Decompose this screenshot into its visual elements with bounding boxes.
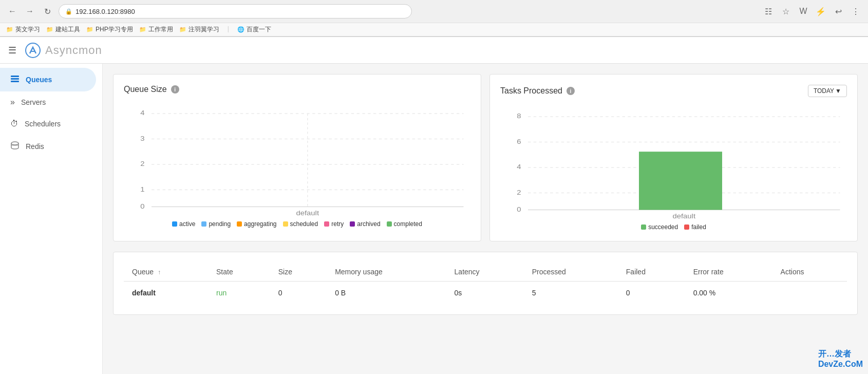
legend-failed: failed: [684, 223, 706, 231]
sidebar-item-redis[interactable]: Redis: [0, 135, 102, 158]
account-icon[interactable]: W: [797, 5, 809, 17]
app-logo: Asyncmon: [25, 42, 102, 59]
legend-active: active: [172, 220, 195, 228]
svg-point-0: [26, 43, 40, 58]
legend-dot-archived: [350, 221, 355, 227]
legend-dot-aggregating: [237, 221, 242, 227]
hamburger-menu[interactable]: ☰: [8, 45, 16, 56]
bookmark-icon[interactable]: ☆: [780, 5, 792, 17]
undo-icon[interactable]: ↩: [832, 5, 844, 17]
servers-icon: »: [10, 98, 15, 107]
col-size: Size: [270, 263, 327, 282]
svg-text:8: 8: [517, 113, 521, 120]
legend-retry: retry: [324, 220, 344, 228]
queue-size-info-icon[interactable]: i: [171, 85, 179, 93]
queue-size-svg: 0 1 2 3 4 default: [124, 102, 470, 215]
legend-label-succeeded: succeeded: [648, 223, 678, 231]
svg-text:4: 4: [140, 110, 145, 117]
bookmark-label: 建站工具: [55, 25, 80, 34]
legend-succeeded: succeeded: [641, 223, 678, 231]
col-error-rate: Error rate: [685, 263, 772, 282]
schedulers-label: Schedulers: [25, 120, 61, 128]
bar-succeeded: [639, 152, 722, 210]
tasks-processed-title: Tasks Processed: [500, 86, 562, 96]
address-bar[interactable]: 🔒 192.168.0.120:8980: [59, 4, 412, 18]
today-button[interactable]: TODAY ▼: [808, 85, 847, 97]
bookmark-label: 注羽翼学习: [188, 25, 219, 34]
bookmarks-bar: 📁 英文学习 📁 建站工具 📁 PHP学习专用 📁 工作常用 📁 注羽翼学习 |…: [0, 23, 868, 36]
cell-error-rate: 0.00 %: [685, 282, 772, 305]
legend-dot-succeeded: [641, 225, 646, 230]
charts-row: Queue Size i 0: [113, 74, 858, 241]
legend-label-pending: pending: [209, 220, 231, 228]
queues-label: Queues: [26, 76, 52, 84]
cell-size: 0: [270, 282, 327, 305]
legend-dot-pending: [201, 221, 206, 227]
col-failed: Failed: [618, 263, 685, 282]
url-text: 192.168.0.120:8980: [76, 8, 135, 15]
cell-actions: [772, 282, 847, 305]
browser-toolbar: ← → ↻ 🔒 192.168.0.120:8980 ☷ ☆ W ⚡ ↩ ⋮: [0, 0, 868, 23]
queue-size-chart-area: 0 1 2 3 4 default: [124, 102, 470, 215]
browser-chrome: ← → ↻ 🔒 192.168.0.120:8980 ☷ ☆ W ⚡ ↩ ⋮ 📁…: [0, 0, 868, 37]
bookmark-separator: |: [228, 25, 229, 34]
legend-label-archived: archived: [357, 220, 380, 228]
bookmark-label: 英文学习: [15, 25, 40, 34]
schedulers-icon: ⏱: [10, 119, 18, 128]
sidebar-item-schedulers[interactable]: ⏱ Schedulers: [0, 113, 102, 135]
app-body: Queues » Servers ⏱ Schedulers Redis: [0, 64, 868, 374]
queue-table-card: Queue ↑ State Size Memory usage Latency …: [113, 252, 858, 315]
legend-dot-active: [172, 221, 177, 227]
tasks-processed-chart-area: 0 2 4 6 8 default: [500, 105, 847, 218]
folder-icon: 📁: [46, 26, 53, 33]
tasks-processed-svg: 0 2 4 6 8 default: [500, 105, 847, 218]
tasks-processed-info-icon[interactable]: i: [567, 87, 575, 95]
bookmark-baidu[interactable]: 🌐 百度一下: [237, 25, 271, 34]
reload-button[interactable]: ↻: [41, 5, 53, 17]
tasks-chart-title-group: Tasks Processed i: [500, 86, 575, 96]
legend-label-active: active: [179, 220, 195, 228]
bookmark-php[interactable]: 📁 PHP学习专用: [86, 25, 133, 34]
bookmark-label: 百度一下: [247, 25, 271, 34]
col-queue: Queue ↑: [124, 263, 208, 282]
bookmark-jianzhan[interactable]: 📁 建站工具: [46, 25, 80, 34]
cell-state: run: [208, 282, 270, 305]
svg-text:2: 2: [140, 161, 144, 167]
tasks-processed-header: Tasks Processed i TODAY ▼: [500, 85, 847, 97]
table-body: default run 0 0 B 0s 5 0 0.00 %: [124, 282, 847, 305]
col-actions: Actions: [772, 263, 847, 282]
legend-archived: archived: [350, 220, 380, 228]
svg-text:0: 0: [140, 203, 144, 210]
forward-button[interactable]: →: [24, 5, 36, 17]
col-processed: Processed: [524, 263, 618, 282]
bookmark-work[interactable]: 📁 工作常用: [139, 25, 173, 34]
dropdown-arrow: ▼: [835, 87, 841, 95]
sidebar-item-servers[interactable]: » Servers: [0, 91, 102, 113]
svg-rect-2: [11, 76, 19, 77]
legend-completed: completed: [387, 220, 422, 228]
table-header-row: Queue ↑ State Size Memory usage Latency …: [124, 263, 847, 282]
sort-icon[interactable]: ↑: [158, 269, 161, 276]
legend-dot-scheduled: [283, 221, 288, 227]
queue-size-title: Queue Size: [124, 85, 167, 94]
puzzle-icon[interactable]: ⚡: [815, 5, 827, 17]
sidebar-item-queues[interactable]: Queues: [0, 68, 96, 91]
svg-text:1: 1: [140, 186, 144, 193]
tasks-processed-card: Tasks Processed i TODAY ▼: [489, 74, 858, 241]
bookmark-zhuyu[interactable]: 📁 注羽翼学习: [179, 25, 219, 34]
menu-icon[interactable]: ⋮: [850, 5, 862, 17]
bookmark-yingwen[interactable]: 📁 英文学习: [6, 25, 40, 34]
svg-text:4: 4: [517, 164, 521, 171]
cell-processed: 5: [524, 282, 618, 305]
lock-icon: 🔒: [65, 8, 72, 15]
chart-title-group: Queue Size i: [124, 85, 179, 94]
redis-label: Redis: [26, 142, 44, 151]
cell-latency: 0s: [446, 282, 524, 305]
servers-label: Servers: [21, 98, 46, 106]
logo-svg: [25, 42, 41, 59]
app-header: ☰ Asyncmon: [0, 37, 868, 64]
extensions-icon[interactable]: ☷: [762, 5, 775, 17]
back-button[interactable]: ←: [6, 5, 18, 17]
legend-label-retry: retry: [331, 220, 344, 228]
queue-size-header: Queue Size i: [124, 85, 470, 94]
